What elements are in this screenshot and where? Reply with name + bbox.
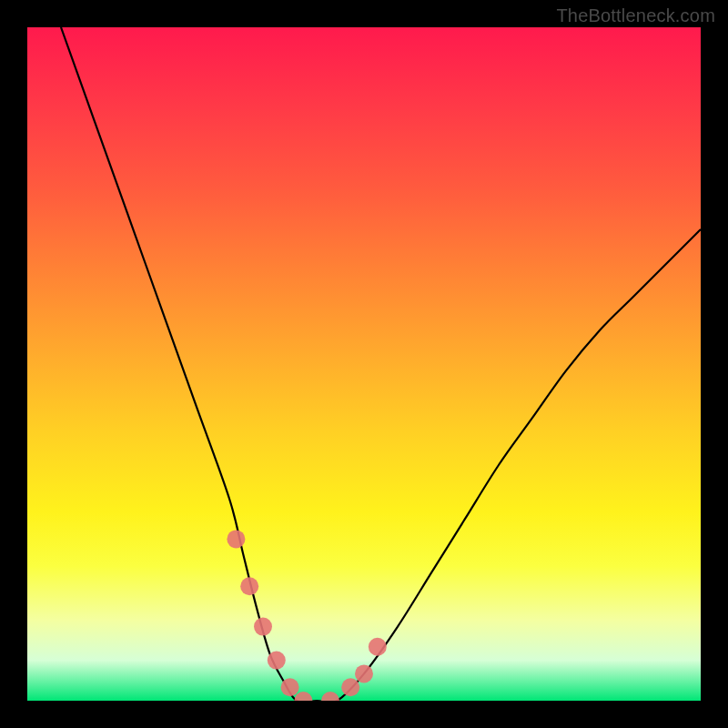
highlight-marker xyxy=(321,692,339,701)
highlight-marker xyxy=(254,618,272,636)
highlight-marker xyxy=(268,652,286,670)
highlight-marker xyxy=(240,577,258,595)
plot-area xyxy=(27,27,701,701)
highlight-marker xyxy=(227,530,245,548)
marker-group xyxy=(227,530,386,701)
highlight-marker xyxy=(281,678,299,696)
chart-frame: TheBottleneck.com xyxy=(0,0,728,728)
bottleneck-curve-path xyxy=(61,27,701,701)
highlight-marker xyxy=(355,664,373,682)
curve-layer xyxy=(27,27,701,701)
highlight-marker xyxy=(294,692,312,701)
watermark-text: TheBottleneck.com xyxy=(556,5,715,26)
highlight-marker xyxy=(341,678,359,696)
highlight-marker xyxy=(369,638,387,656)
